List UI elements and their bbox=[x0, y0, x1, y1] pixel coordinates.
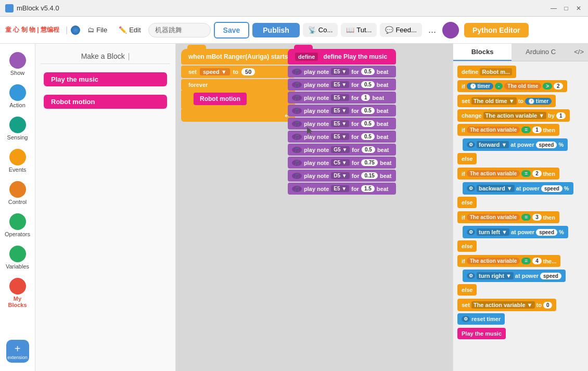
operators-circle bbox=[9, 213, 26, 230]
tab-blocks[interactable]: Blocks bbox=[453, 44, 512, 61]
right-panel-block[interactable]: else bbox=[457, 153, 477, 164]
sidebar-item-label: Control bbox=[8, 199, 27, 205]
maximize-button[interactable]: □ bbox=[562, 4, 570, 12]
play-note-block[interactable]: 🎵 play note E5 ▼ for 1.5 beat bbox=[288, 183, 396, 195]
close-button[interactable]: ✕ bbox=[574, 4, 583, 12]
canvas-area[interactable]: when mBot Ranger(Auriga) starts set spee… bbox=[176, 44, 453, 371]
play-note-block[interactable]: 🎵 play note D5 ▼ for 0.15 beat bbox=[288, 170, 396, 182]
right-panel-block[interactable]: ⚙ turn left ▼ at power speed % bbox=[463, 226, 568, 238]
control-circle bbox=[9, 181, 26, 198]
play-note-block[interactable]: 🎵 play note E5 ▼ for 1 beat bbox=[288, 92, 396, 104]
right-panel-block[interactable]: if The action variable = 4 the... bbox=[457, 255, 560, 267]
right-panel-block[interactable]: if 🕐 timer - The old time > 2 bbox=[457, 80, 567, 92]
make-block-header: Make a Block | bbox=[41, 49, 170, 64]
brand-logo: 童 心 制 物 | 慧编程 bbox=[5, 25, 59, 34]
sidebar-item-label: Show bbox=[10, 70, 25, 76]
more-menu[interactable]: ... bbox=[425, 22, 439, 37]
robot-motion-block[interactable]: Robot motion bbox=[44, 95, 167, 109]
play-note-block[interactable]: 🎵 play note E5 ▼ for 0.5 beat bbox=[288, 105, 396, 117]
right-panel-content: define Robot m...if 🕐 timer - The old ti… bbox=[453, 61, 588, 371]
right-panel-block[interactable]: if The action variable = 3 then bbox=[457, 211, 559, 223]
variables-circle bbox=[9, 246, 26, 262]
extension-button[interactable]: + extension bbox=[6, 340, 29, 363]
main-area: Show Action Sensing Events Control Opera… bbox=[0, 44, 588, 371]
connect-icon: 📡 bbox=[308, 26, 316, 34]
robot-motion-call[interactable]: Robot motion bbox=[194, 93, 247, 105]
plus-icon: + bbox=[15, 343, 21, 355]
app-logo bbox=[5, 4, 14, 12]
action-circle bbox=[9, 84, 26, 101]
right-panel-block[interactable]: ⚙ backward ▼ at power speed % bbox=[463, 182, 573, 195]
right-panel-block[interactable]: else bbox=[457, 284, 477, 296]
play-notes-group: 🎵 play note E5 ▼ for 0.5 beat 🎵 play not… bbox=[288, 66, 396, 195]
sidebar-item-label: Events bbox=[9, 167, 27, 173]
sidebar-item-label: Sensing bbox=[7, 134, 28, 140]
sidebar-item-variables[interactable]: Variables bbox=[2, 242, 33, 273]
define-play-block[interactable]: define define Play the music 🎵 play note… bbox=[288, 49, 396, 195]
code-toggle[interactable]: </> bbox=[570, 44, 588, 61]
right-panel: Blocks Arduino C </> define Robot m...if… bbox=[453, 44, 588, 371]
right-panel-block[interactable]: set The action variable ▼ to 0 bbox=[457, 299, 556, 311]
tab-arduino[interactable]: Arduino C bbox=[512, 44, 570, 61]
search-box[interactable]: 机器跳舞 bbox=[148, 23, 211, 37]
sidebar-item-control[interactable]: Control bbox=[2, 178, 33, 208]
play-note-block[interactable]: 🎵 play note G5 ▼ for 0.5 beat bbox=[288, 144, 396, 156]
right-panel-block[interactable]: if The action variable = 1 then bbox=[457, 124, 559, 136]
play-music-block[interactable]: Play the music bbox=[44, 72, 167, 86]
my-blocks-circle bbox=[9, 278, 26, 295]
canvas-wrapper: when mBot Ranger(Auriga) starts set spee… bbox=[176, 44, 453, 371]
right-panel-block[interactable]: ⚙ turn right ▼ at power speed bbox=[463, 270, 566, 282]
play-note-block[interactable]: 🎵 play note E5 ▼ for 0.5 beat bbox=[288, 131, 396, 143]
right-tabs: Blocks Arduino C </> bbox=[453, 44, 588, 61]
right-panel-block[interactable]: else bbox=[457, 197, 477, 208]
cursor-indicator bbox=[307, 127, 313, 135]
category-sidebar: Show Action Sensing Events Control Opera… bbox=[0, 44, 35, 371]
tutorial-button[interactable]: 📖 Tut... bbox=[341, 23, 377, 37]
edit-icon: ✏️ bbox=[119, 26, 127, 34]
sidebar-item-label: Variables bbox=[6, 263, 29, 270]
sensing-circle bbox=[9, 117, 26, 133]
sidebar-item-show[interactable]: Show bbox=[2, 49, 33, 79]
right-panel-block[interactable]: ⚙ forward ▼ at power speed % bbox=[463, 138, 568, 151]
book-icon: 📖 bbox=[346, 26, 354, 34]
play-note-block[interactable]: 🎵 play note E5 ▼ for 0.5 beat bbox=[288, 118, 396, 130]
sidebar-item-my-blocks[interactable]: My Blocks bbox=[2, 275, 33, 311]
right-panel-block[interactable]: ⚙ reset timer bbox=[457, 313, 505, 325]
minimize-button[interactable]: — bbox=[549, 4, 558, 12]
edit-menu[interactable]: ✏️ Edit bbox=[114, 24, 145, 36]
right-panel-block[interactable]: else bbox=[457, 240, 477, 252]
sidebar-item-label: My Blocks bbox=[4, 296, 31, 308]
play-note-block[interactable]: 🎵 play note C5 ▼ for 0.75 beat bbox=[288, 157, 396, 169]
right-panel-block[interactable]: Play the music bbox=[457, 328, 506, 339]
extension-label: extension bbox=[7, 355, 28, 360]
blocks-panel: Make a Block | Play the music Robot moti… bbox=[35, 44, 176, 371]
sidebar-item-sensing[interactable]: Sensing bbox=[2, 113, 33, 144]
right-panel-block[interactable]: if The action variable = 2 then bbox=[457, 168, 559, 180]
events-circle bbox=[9, 149, 26, 165]
file-icon: 🗂 bbox=[87, 26, 94, 34]
show-circle bbox=[9, 52, 26, 69]
when-block[interactable]: when mBot Ranger(Auriga) starts set spee… bbox=[181, 49, 295, 122]
menu-bar: 童 心 制 物 | 慧编程 | 🗂 File ✏️ Edit 机器跳舞 Save… bbox=[0, 17, 588, 44]
user-avatar[interactable] bbox=[442, 22, 459, 39]
sidebar-item-label: Action bbox=[9, 102, 25, 108]
connect-button[interactable]: 📡 Co... bbox=[303, 23, 338, 37]
title-bar: mBlock v5.4.0 — □ ✕ bbox=[0, 0, 588, 17]
language-icon[interactable] bbox=[71, 25, 80, 35]
feedback-button[interactable]: 💬 Feed... bbox=[380, 23, 421, 37]
play-note-block[interactable]: 🎵 play note E5 ▼ for 0.5 beat bbox=[288, 66, 396, 78]
window-controls: — □ ✕ bbox=[549, 4, 583, 12]
python-editor-button[interactable]: Python Editor bbox=[464, 23, 529, 37]
right-panel-block[interactable]: change The action variable ▼ by 1 bbox=[457, 109, 570, 122]
right-panel-block[interactable]: define Robot m... bbox=[457, 66, 516, 78]
sidebar-item-events[interactable]: Events bbox=[2, 146, 33, 176]
sidebar-item-operators[interactable]: Operators bbox=[2, 210, 33, 240]
file-menu[interactable]: 🗂 File bbox=[83, 24, 111, 36]
play-note-block[interactable]: 🎵 play note E5 ▼ for 0.5 beat bbox=[288, 79, 396, 91]
publish-button[interactable]: Publish bbox=[252, 23, 300, 37]
save-button[interactable]: Save bbox=[214, 22, 250, 39]
right-panel-block[interactable]: set The old time ▼ to 🕐 timer bbox=[457, 95, 556, 107]
sidebar-item-label: Operators bbox=[5, 231, 30, 237]
sidebar-item-action[interactable]: Action bbox=[2, 81, 33, 111]
app-title: mBlock v5.4.0 bbox=[17, 4, 59, 12]
